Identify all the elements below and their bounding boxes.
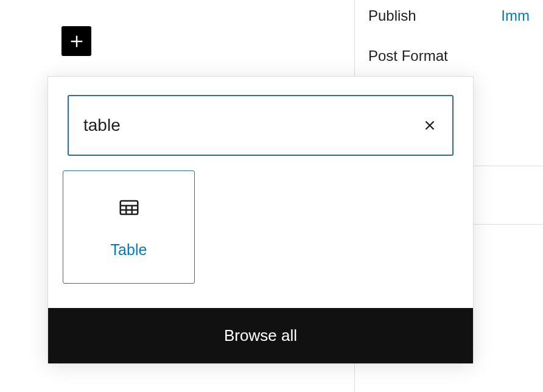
- post-format-label: Post Format: [368, 47, 448, 65]
- search-results: Table: [48, 170, 473, 308]
- block-inserter-popover: Table Browse all: [47, 76, 474, 364]
- plus-icon: [67, 32, 86, 51]
- browse-all-button[interactable]: Browse all: [48, 308, 473, 363]
- search-input[interactable]: [83, 116, 422, 135]
- table-icon: [117, 196, 141, 219]
- publish-value-link[interactable]: Imm: [501, 7, 530, 24]
- search-wrapper: [48, 77, 473, 170]
- svg-rect-4: [120, 200, 138, 214]
- clear-search-button[interactable]: [422, 117, 438, 133]
- publish-row[interactable]: Publish Imm: [355, 0, 543, 43]
- add-block-button[interactable]: [61, 26, 91, 56]
- search-input-container: [68, 95, 454, 156]
- publish-label: Publish: [368, 7, 416, 24]
- block-item-table[interactable]: Table: [63, 170, 195, 284]
- close-icon: [422, 117, 438, 133]
- block-item-label: Table: [111, 241, 147, 259]
